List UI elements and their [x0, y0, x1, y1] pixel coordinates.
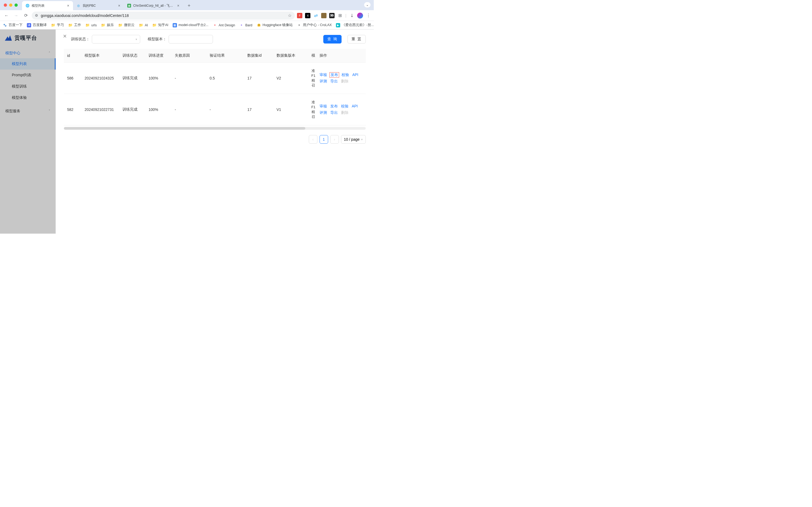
- scrollbar-thumb[interactable]: [64, 127, 305, 130]
- action-export[interactable]: 导出: [330, 110, 338, 115]
- extension-icon[interactable]: X: [305, 13, 310, 18]
- menu-item-model-experience[interactable]: 模型体验: [0, 92, 56, 103]
- window-close[interactable]: [4, 3, 7, 7]
- action-verify[interactable]: 校验: [341, 104, 349, 109]
- kebab-menu-icon[interactable]: ⋮: [366, 13, 371, 18]
- bookmark-folder[interactable]: 娱乐: [101, 23, 114, 27]
- cell-verify: -: [207, 94, 244, 125]
- app-container: 贡嘎平台 模型中心 ˄ 模型列表 Prompt列表 模型训练 模型体验 模型服务…: [0, 30, 374, 234]
- cell-dataset-id: 17: [244, 63, 273, 94]
- cell-model-metrics: 准F1精召: [308, 94, 316, 125]
- page-next-button[interactable]: ›: [330, 135, 339, 144]
- nav-reload-button[interactable]: ⟳: [22, 12, 30, 19]
- page-size-select[interactable]: 10 / page ▾: [341, 135, 366, 144]
- action-audit[interactable]: 审核: [320, 72, 327, 77]
- tab-title: ChnSentiCorp_htl_all - 飞书云: [133, 3, 175, 8]
- nav-back-button[interactable]: ←: [3, 12, 10, 19]
- horizontal-scrollbar[interactable]: [64, 127, 366, 130]
- bookmark-folder[interactable]: AI: [139, 23, 148, 27]
- action-export[interactable]: 导出: [330, 79, 338, 84]
- col-model: 模: [308, 49, 316, 63]
- action-publish[interactable]: 发布: [330, 104, 338, 109]
- action-delete[interactable]: 删除: [341, 110, 349, 115]
- menu-item-model-list[interactable]: 模型列表: [0, 58, 56, 69]
- cell-actions: 审核发布校验API评测导出删除: [316, 63, 366, 94]
- logo-icon: [5, 36, 12, 41]
- menu-item-prompt-list[interactable]: Prompt列表: [0, 69, 56, 81]
- filter-row: 训练状态： ▾ 模型版本： 查 询 重 置: [56, 30, 374, 49]
- action-delete[interactable]: 删除: [341, 79, 349, 84]
- filter-version-input[interactable]: [169, 35, 213, 44]
- profile-menu-button[interactable]: ⌄: [364, 2, 370, 7]
- tab-close-icon[interactable]: ×: [118, 3, 121, 8]
- table-row: 58220240921022731训练完成100%--17V1准F1精召审核发布…: [64, 94, 366, 125]
- tab-close-icon[interactable]: ×: [67, 3, 70, 8]
- action-eval[interactable]: 评测: [320, 79, 327, 84]
- downloads-icon[interactable]: ⤓: [349, 13, 354, 18]
- bookmark-folder[interactable]: 学习: [51, 23, 64, 27]
- drawer-close-button[interactable]: ✕: [63, 33, 67, 39]
- cell-progress: 100%: [145, 63, 171, 94]
- action-api[interactable]: API: [352, 72, 358, 77]
- sidebar: 贡嘎平台 模型中心 ˄ 模型列表 Prompt列表 模型训练 模型体验 模型服务…: [0, 30, 56, 234]
- bookmark-item[interactable]: ▶《爱在西元前》-努...: [336, 23, 374, 27]
- browser-tab-strip: 🌐 模型列表 × ◎ 我的PBC × ▦ ChnSentiCorp_htl_al…: [0, 0, 374, 10]
- bookmark-item[interactable]: 🤗Huggingface 镜像站: [257, 23, 293, 27]
- window-minimize[interactable]: [9, 3, 12, 7]
- menu-header-model-service[interactable]: 模型服务 ˅: [0, 106, 56, 116]
- new-tab-button[interactable]: +: [185, 2, 193, 9]
- tab-active[interactable]: 🌐 模型列表 ×: [22, 1, 73, 10]
- profile-avatar[interactable]: [357, 13, 363, 18]
- bookmark-item[interactable]: ✦Ant Design: [213, 23, 235, 27]
- menu-item-model-train[interactable]: 模型训练: [0, 81, 56, 92]
- extension-icon[interactable]: [321, 13, 327, 18]
- bookmark-item[interactable]: 🐾百度一下: [3, 23, 22, 27]
- bookmark-folder[interactable]: urls: [85, 23, 97, 27]
- action-publish[interactable]: 发布: [330, 72, 339, 77]
- bookmark-item[interactable]: ✈用户中心 - CroLAX: [297, 23, 332, 27]
- bookmark-star-icon[interactable]: ☆: [288, 13, 292, 18]
- window-controls: [4, 3, 18, 7]
- bookmark-item[interactable]: ✦Bard: [239, 23, 252, 27]
- url-bar[interactable]: ⚙ gongga.xiaoduoai.com/modelcloud/modelC…: [32, 11, 295, 19]
- col-actions: 操作: [316, 49, 366, 63]
- tab[interactable]: ◎ 我的PBC ×: [73, 1, 124, 10]
- bookmark-item[interactable]: 译百度翻译: [27, 23, 47, 27]
- page-number-button[interactable]: 1: [320, 135, 328, 144]
- brand-name: 贡嘎平台: [14, 35, 37, 42]
- extension-icon[interactable]: F: [297, 13, 302, 18]
- tab-title: 模型列表: [32, 3, 64, 8]
- site-info-icon[interactable]: ⚙: [35, 13, 38, 17]
- action-verify[interactable]: 校验: [342, 72, 349, 77]
- tab[interactable]: ▦ ChnSentiCorp_htl_all - 飞书云 ×: [124, 1, 183, 10]
- query-button[interactable]: 查 询: [323, 35, 342, 44]
- filter-status-select[interactable]: ▾: [92, 35, 140, 44]
- nav-forward-button[interactable]: →: [12, 12, 20, 19]
- extension-icon[interactable]: ⇄: [313, 13, 318, 18]
- address-bar-row: ← → ⟳ ⚙ gongga.xiaoduoai.com/modelcloud/…: [0, 10, 374, 21]
- bookmark-folder[interactable]: 微软云: [118, 23, 134, 27]
- chevron-down-icon: ˅: [49, 109, 50, 113]
- cell-actions: 审核发布校验API评测导出删除: [316, 94, 366, 125]
- table-row: 58620240921024325训练完成100%-0.517V2准F1精召审核…: [64, 63, 366, 94]
- page-prev-button[interactable]: ‹: [309, 135, 317, 144]
- col-status: 训练状态: [119, 49, 145, 63]
- chevron-down-icon: ▾: [361, 138, 363, 141]
- cell-verify: 0.5: [207, 63, 244, 94]
- cell-version: 20240921022731: [81, 94, 119, 125]
- menu-header-model-center[interactable]: 模型中心 ˄: [0, 48, 56, 58]
- window-maximize[interactable]: [14, 3, 18, 7]
- action-audit[interactable]: 审核: [320, 104, 327, 109]
- action-api[interactable]: API: [352, 104, 358, 109]
- cell-dataset-id: 17: [244, 94, 273, 125]
- bookmark-item[interactable]: ▦model-cloud平台2...: [173, 23, 209, 27]
- tab-close-icon[interactable]: ×: [177, 3, 180, 8]
- extension-icon[interactable]: 👀: [329, 13, 335, 18]
- reset-button[interactable]: 重 置: [347, 35, 366, 44]
- col-verify: 验证结果: [207, 49, 244, 63]
- tab-title: 我的PBC: [83, 3, 115, 8]
- bookmark-folder[interactable]: 知乎AI: [152, 23, 168, 27]
- action-eval[interactable]: 评测: [320, 110, 327, 115]
- extensions-puzzle-icon[interactable]: ⊞: [337, 13, 343, 18]
- bookmark-folder[interactable]: 工作: [68, 23, 81, 27]
